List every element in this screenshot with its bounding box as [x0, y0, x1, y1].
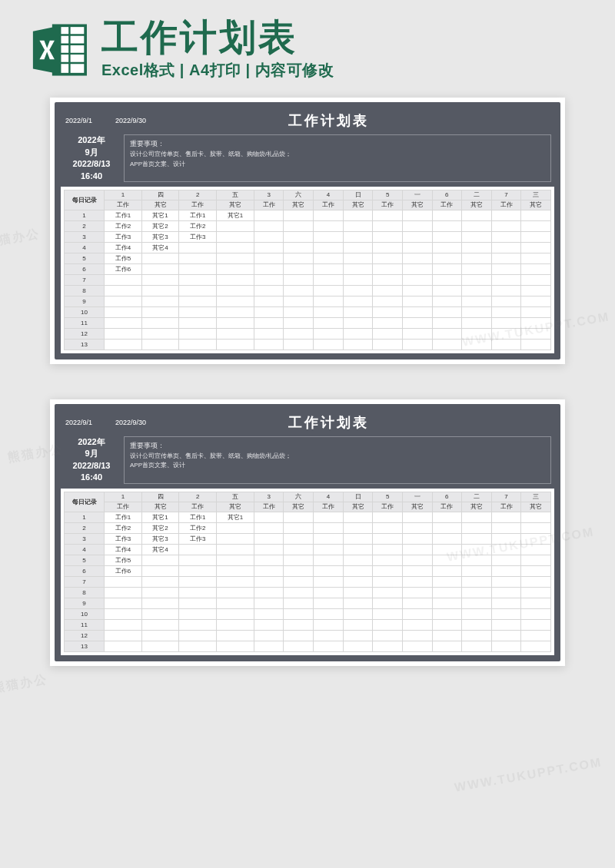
cell[interactable]: [217, 544, 254, 555]
cell[interactable]: [179, 608, 217, 619]
cell[interactable]: [432, 274, 462, 285]
cell[interactable]: [373, 296, 403, 306]
cell[interactable]: 工作1: [179, 512, 217, 522]
cell[interactable]: [314, 565, 344, 576]
cell[interactable]: [491, 220, 521, 231]
cell[interactable]: [462, 253, 492, 263]
cell[interactable]: [432, 641, 462, 651]
cell[interactable]: [343, 274, 373, 285]
cell[interactable]: [179, 242, 217, 253]
cell[interactable]: [343, 619, 373, 630]
cell[interactable]: [314, 587, 344, 598]
cell[interactable]: [284, 242, 314, 253]
cell[interactable]: [373, 317, 403, 328]
cell[interactable]: [314, 619, 344, 630]
cell[interactable]: [402, 608, 432, 619]
cell[interactable]: 其它4: [141, 544, 179, 555]
cell[interactable]: [343, 306, 373, 317]
cell[interactable]: [254, 544, 284, 555]
cell[interactable]: [217, 306, 254, 317]
cell[interactable]: [217, 576, 254, 587]
cell[interactable]: [373, 306, 403, 317]
cell[interactable]: [284, 339, 314, 350]
cell[interactable]: [141, 263, 179, 274]
cell[interactable]: [217, 587, 254, 598]
cell[interactable]: [432, 619, 462, 630]
cell[interactable]: [343, 210, 373, 220]
cell[interactable]: [343, 533, 373, 544]
cell[interactable]: [373, 242, 403, 253]
cell[interactable]: [284, 555, 314, 565]
cell[interactable]: [521, 339, 551, 350]
cell[interactable]: [179, 587, 217, 598]
cell[interactable]: [402, 619, 432, 630]
cell[interactable]: [432, 328, 462, 339]
cell[interactable]: [217, 630, 254, 641]
cell[interactable]: [402, 630, 432, 641]
cell[interactable]: [105, 339, 142, 350]
cell[interactable]: [217, 641, 254, 651]
cell[interactable]: [217, 555, 254, 565]
cell[interactable]: [314, 263, 344, 274]
cell[interactable]: [432, 296, 462, 306]
cell[interactable]: [491, 619, 521, 630]
cell[interactable]: [217, 598, 254, 608]
cell[interactable]: [402, 306, 432, 317]
cell[interactable]: [284, 231, 314, 242]
cell[interactable]: [141, 285, 179, 296]
cell[interactable]: [343, 242, 373, 253]
cell[interactable]: [491, 274, 521, 285]
cell[interactable]: [343, 220, 373, 231]
cell[interactable]: [462, 210, 492, 220]
cell[interactable]: [491, 522, 521, 533]
cell[interactable]: [343, 587, 373, 598]
cell[interactable]: [521, 619, 551, 630]
cell[interactable]: [343, 328, 373, 339]
cell[interactable]: [284, 512, 314, 522]
cell[interactable]: [343, 296, 373, 306]
cell[interactable]: [521, 544, 551, 555]
cell[interactable]: [254, 296, 284, 306]
cell[interactable]: [254, 253, 284, 263]
cell[interactable]: [462, 619, 492, 630]
cell[interactable]: [521, 522, 551, 533]
cell[interactable]: [373, 619, 403, 630]
cell[interactable]: [432, 317, 462, 328]
cell[interactable]: [462, 641, 492, 651]
cell[interactable]: [521, 328, 551, 339]
cell[interactable]: [343, 339, 373, 350]
cell[interactable]: [373, 285, 403, 296]
cell[interactable]: [254, 339, 284, 350]
cell[interactable]: [521, 231, 551, 242]
cell[interactable]: [373, 263, 403, 274]
cell[interactable]: 其它3: [141, 231, 179, 242]
cell[interactable]: [254, 274, 284, 285]
cell[interactable]: [179, 306, 217, 317]
cell[interactable]: [402, 576, 432, 587]
cell[interactable]: [432, 533, 462, 544]
cell[interactable]: [402, 587, 432, 598]
cell[interactable]: [402, 555, 432, 565]
cell[interactable]: [284, 619, 314, 630]
cell[interactable]: [373, 210, 403, 220]
cell[interactable]: [521, 565, 551, 576]
cell[interactable]: [179, 328, 217, 339]
cell[interactable]: [141, 555, 179, 565]
cell[interactable]: [254, 608, 284, 619]
cell[interactable]: [254, 587, 284, 598]
cell[interactable]: [284, 296, 314, 306]
cell[interactable]: [254, 242, 284, 253]
cell[interactable]: [521, 263, 551, 274]
cell[interactable]: [314, 253, 344, 263]
cell[interactable]: [432, 522, 462, 533]
cell[interactable]: [402, 522, 432, 533]
cell[interactable]: [402, 210, 432, 220]
cell[interactable]: [521, 242, 551, 253]
cell[interactable]: 工作3: [179, 533, 217, 544]
cell[interactable]: [217, 274, 254, 285]
cell[interactable]: [432, 587, 462, 598]
cell[interactable]: [105, 285, 142, 296]
cell[interactable]: [521, 220, 551, 231]
cell[interactable]: [491, 306, 521, 317]
cell[interactable]: [432, 306, 462, 317]
